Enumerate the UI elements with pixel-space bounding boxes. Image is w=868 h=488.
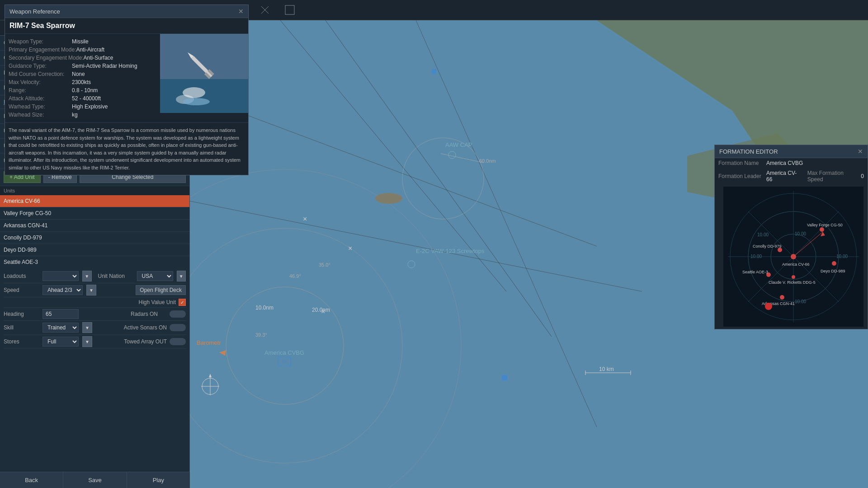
stat-warhead-type: Warhead Type: High Explosive	[9, 103, 156, 111]
svg-text:10 km: 10 km	[599, 366, 614, 372]
speed-label: Speed	[4, 287, 40, 293]
towed-array-toggle[interactable]	[170, 338, 186, 345]
speed-dropdown[interactable]: ▼	[86, 285, 96, 296]
svg-text:10.0nm: 10.0nm	[255, 305, 274, 311]
speed-select[interactable]: Ahead 2/3	[42, 285, 83, 295]
stores-row: Stores Full ▼ Towed Array OUT	[4, 335, 186, 349]
unit-item-0[interactable]: America CV-66	[0, 195, 189, 207]
back-button[interactable]: Back	[0, 472, 63, 488]
skill-label: Skill	[4, 324, 40, 331]
svg-text:America CVBG: America CVBG	[264, 349, 304, 356]
active-sonars-label: Active Sonars ON	[124, 324, 167, 331]
stores-dropdown[interactable]: ▼	[82, 336, 92, 347]
formation-editor-title: FORMATION EDITOR	[719, 148, 778, 155]
formation-editor: FORMATION EDITOR ✕ Formation Name Americ…	[714, 145, 868, 329]
open-flight-deck-button[interactable]: Open Flight Deck	[136, 285, 186, 295]
max-speed-label: Max Formation Speed	[807, 170, 858, 183]
toolbar-cancel-icon[interactable]	[254, 1, 276, 19]
svg-point-78	[183, 98, 210, 105]
stat-guidance: Guidance Type: Semi-Active Radar Homing	[9, 62, 156, 70]
svg-point-58	[375, 193, 402, 204]
unit-item-3[interactable]: Conolly DD-979	[0, 232, 189, 244]
weapon-popup-title-text: Weapon Reference	[9, 8, 60, 15]
heading-row: Heading Radars ON	[4, 308, 186, 321]
heading-input[interactable]	[42, 309, 79, 319]
stores-select[interactable]: Full	[42, 337, 79, 347]
bottom-controls: Loadouts ▼ Unit Nation USA ▼ Speed Ahead…	[0, 267, 189, 351]
stat-secondary-engagement: Secondary Engagement Mode: Anti-Surface	[9, 54, 156, 62]
heading-label: Heading	[4, 311, 40, 317]
formation-radar: 10.00 10.00 10.00 10.00 10.00 America CV…	[723, 187, 859, 327]
weapon-popup-weapon-name: RIM-7 Sea Sparrow	[5, 18, 248, 34]
high-value-checkbox[interactable]: ✓	[179, 299, 186, 306]
loadouts-row: Loadouts ▼ Unit Nation USA ▼	[4, 269, 186, 283]
save-button[interactable]: Save	[63, 472, 127, 488]
loadouts-dropdown[interactable]: ▼	[82, 271, 92, 282]
unit-item-2[interactable]: Arkansas CGN-41	[0, 220, 189, 232]
loadouts-select[interactable]	[42, 271, 79, 281]
skill-select[interactable]: Trained	[42, 323, 79, 333]
skill-dropdown[interactable]: ▼	[82, 322, 92, 333]
radars-on-label: Radars ON	[131, 311, 167, 317]
stat-mid-course: Mid Course Correction: None	[9, 70, 156, 78]
svg-text:×: ×	[321, 308, 325, 315]
svg-rect-28	[285, 5, 294, 14]
svg-text:10.00: 10.00	[795, 299, 806, 304]
formation-leader-value: America CV-66	[766, 170, 801, 183]
svg-text:Conolly DD-979: Conolly DD-979	[753, 244, 782, 249]
unit-nation-dropdown[interactable]: ▼	[177, 271, 186, 282]
svg-text:E-2C VAW-123 Screwtops: E-2C VAW-123 Screwtops	[416, 248, 485, 254]
toolbar-square-icon[interactable]	[278, 1, 301, 19]
formation-editor-close[interactable]: ✕	[858, 148, 863, 155]
svg-point-104	[780, 295, 784, 300]
units-label: Units	[4, 188, 15, 193]
stat-attack-altitude: Attack Altitude: 52 - 40000ft	[9, 94, 156, 103]
svg-text:39.3°: 39.3°	[255, 332, 267, 338]
svg-text:10.00: 10.00	[795, 231, 806, 236]
formation-leader-label: Formation Leader	[718, 173, 764, 179]
svg-text:Barometr: Barometr	[197, 339, 221, 346]
svg-text:60.0nm: 60.0nm	[479, 158, 496, 164]
svg-text:AAW CAP: AAW CAP	[445, 141, 472, 148]
svg-text:46.9°: 46.9°	[289, 273, 301, 279]
unit-nation-select[interactable]: USA	[137, 271, 173, 281]
formation-leader-row: Formation Leader America CV-66 Max Forma…	[715, 168, 868, 184]
svg-point-94	[791, 254, 796, 259]
formation-editor-header: FORMATION EDITOR ✕	[715, 145, 868, 158]
units-header: Units	[0, 186, 189, 195]
unit-nation-label: Unit Nation	[98, 273, 134, 279]
unit-item-1[interactable]: Valley Forge CG-50	[0, 207, 189, 220]
stat-weapon-type: Weapon Type: Missile	[9, 38, 156, 46]
stat-primary-engagement: Primary Engagement Mode: Anti-Aircraft	[9, 46, 156, 54]
svg-rect-42	[432, 69, 436, 74]
stat-warhead-size: Warhead Size: kg	[9, 111, 156, 119]
svg-rect-43	[502, 375, 507, 380]
speed-row: Speed Ahead 2/3 ▼ Open Flight Deck	[4, 283, 186, 297]
svg-text:Valley Forge CG-50: Valley Forge CG-50	[807, 223, 843, 227]
svg-rect-70	[160, 79, 248, 113]
loadouts-label: Loadouts	[4, 273, 40, 279]
stores-label: Stores	[4, 338, 40, 345]
active-sonars-toggle[interactable]	[170, 324, 186, 331]
radars-toggle[interactable]	[170, 310, 186, 318]
svg-text:Deyo DD-989: Deyo DD-989	[821, 269, 845, 273]
weapon-popup-description: The naval variant of the AIM-7, the RIM-…	[5, 122, 248, 175]
svg-rect-71	[160, 34, 248, 79]
unit-item-5[interactable]: Seattle AOE-3	[0, 256, 189, 267]
weapon-popup-body: Weapon Type: Missile Primary Engagement …	[5, 34, 248, 122]
unit-item-4[interactable]: Deyo DD-989	[0, 244, 189, 256]
formation-name-value: America CVBG	[766, 160, 803, 166]
weapon-popup-image	[160, 34, 248, 113]
formation-name-label: Formation Name	[718, 160, 764, 166]
skill-row: Skill Trained ▼ Active Sonars ON	[4, 321, 186, 335]
svg-text:Seattle AOE-3: Seattle AOE-3	[742, 270, 768, 274]
weapon-popup-header: Weapon Reference ✕	[5, 5, 248, 18]
bottom-buttons: Back Save Play	[0, 472, 190, 488]
formation-name-row: Formation Name America CVBG	[715, 158, 868, 168]
towed-array-label: Towed Array OUT	[124, 338, 167, 345]
play-button[interactable]: Play	[127, 472, 190, 488]
stat-max-velocity: Max Velocity: 2300kts	[9, 78, 156, 86]
high-value-label: High Value Unit	[139, 299, 176, 305]
high-value-row: High Value Unit ✓	[4, 297, 186, 308]
weapon-popup-close[interactable]: ✕	[238, 8, 244, 15]
